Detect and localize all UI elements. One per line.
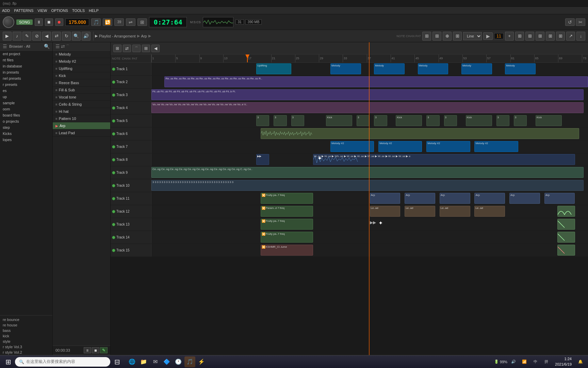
fx-btn[interactable]: ⊞ [546, 32, 555, 41]
step-num[interactable]: 11 [494, 33, 504, 39]
track-led-8[interactable] [112, 158, 115, 162]
taskbar-notification-icon[interactable]: 🔔 [576, 357, 585, 367]
track5-block-kick4[interactable]: Kick [536, 115, 562, 126]
menu-help[interactable]: HELP [89, 9, 99, 13]
track-header-1[interactable]: Track 1 [111, 63, 151, 75]
pattern-item-melody[interactable]: ≡ Melody [53, 51, 110, 58]
sidebar-item-sample[interactable]: sample [0, 100, 52, 106]
track11-block-arp1[interactable]: Arp [370, 193, 401, 204]
track5-block-kick1[interactable]: Kick [326, 115, 352, 126]
sidebar-bottom-re-house[interactable]: re house [3, 322, 50, 328]
sidebar-bottom-bass[interactable]: bass [3, 328, 50, 333]
sidebar-bottom-rstyle-v3[interactable]: r style Vol.3 [3, 344, 50, 350]
track5-block-7[interactable]: 3 [444, 115, 457, 126]
play-pause-button[interactable]: ⏸ [35, 18, 43, 26]
settings-icon[interactable]: ✂ [576, 18, 585, 26]
track12-block-param[interactable]: 🔀Param..d 7 freq [261, 206, 313, 217]
pattern-item-hihat[interactable]: ≡ Hi hat [53, 108, 110, 115]
sidebar-item-up[interactable]: up [0, 94, 52, 100]
track-header-7[interactable]: Track 7 [111, 140, 151, 153]
track1-block-uplifting[interactable]: Uplifting [256, 63, 291, 74]
pattern-item-melody2[interactable]: ≡ Melody #2 [53, 58, 110, 65]
track7-block-m2[interactable]: Melody #2 [378, 141, 422, 152]
pattern-item-uplifting[interactable]: ≡ Uplifting [53, 65, 110, 72]
line-select[interactable]: Line [463, 32, 482, 40]
track5-block-9[interactable]: 3 [514, 115, 527, 126]
track12-block-lead2[interactable]: Le..ad [405, 206, 435, 217]
breadcrumb-playlist[interactable]: Playlist - Arrangement [99, 34, 136, 38]
track11-block-arp3[interactable]: Arp [440, 193, 470, 204]
track-content-4[interactable]: Vo..ne Vo..ne Vo..ne Vo..ne Vo..ne Vo..n… [151, 102, 588, 114]
pattern-item-reece-bass[interactable]: ≡ Reece Bass [53, 79, 110, 87]
sidebar-bottom-kick[interactable]: kick [3, 333, 50, 339]
sidebar-bottom-re-bounce[interactable]: re bounce [3, 317, 50, 322]
track-led-2[interactable] [112, 80, 115, 84]
track5-block-5[interactable]: 3 [374, 115, 387, 126]
taskbar-explorer-icon[interactable]: 📁 [138, 356, 149, 367]
track-content-8[interactable]: ▶▶ W..se ▶ W..se ▶ Wh..se ▶ W..se ▶ W..s… [151, 153, 588, 166]
track-content-2[interactable]: Re..ss Re..ss Re..ss Re..ss Re..ss Re..s… [151, 76, 588, 88]
track-header-4[interactable]: Track 4 [111, 102, 151, 114]
piano-roll-btn[interactable]: ⊞ [422, 32, 431, 41]
track5-block-8[interactable]: 3 [496, 115, 509, 126]
track15-block-auto[interactable] [557, 245, 575, 256]
track-content-11[interactable]: 🔀Fruity pa..7 freq Arp Arp Arp Arp Arp A… [151, 192, 588, 205]
line-arrow[interactable]: ▶ [483, 32, 493, 40]
track-led-11[interactable] [112, 197, 115, 200]
grid-btn[interactable]: ⊞ [453, 32, 462, 41]
song-mode-button[interactable]: SONG [16, 19, 33, 25]
tool1[interactable]: ✎ [22, 32, 31, 41]
track5-block-1[interactable]: 3 [256, 115, 269, 126]
arr-curve[interactable]: ⌒ [132, 45, 141, 52]
snap-btn[interactable]: ⊕ [443, 32, 452, 41]
arrange-btn[interactable]: ⊞ [432, 32, 441, 41]
track-header-14[interactable]: Track 14 [111, 231, 151, 244]
sidebar-item-es[interactable]: es [0, 88, 52, 94]
track-content-15[interactable]: 🔀KSHMR_Cl..lume [151, 244, 588, 257]
taskbar-search[interactable]: 🔍 在这里输入你要搜索的内容 [15, 357, 110, 367]
menu-add[interactable]: ADD [2, 9, 10, 13]
sidebar-bottom-rstyle-v2[interactable]: r style Vol.2 [3, 350, 50, 355]
menu-options[interactable]: OPTIONS [51, 9, 68, 13]
tool2[interactable]: ⊘ [32, 32, 41, 41]
tool5[interactable]: ↻ [62, 32, 71, 41]
track-header-5[interactable]: Track 5 [111, 114, 151, 127]
taskbar-app2-icon[interactable]: ⚡ [196, 356, 207, 367]
breadcrumb-arp[interactable]: Arp [141, 34, 147, 38]
mixer-icon[interactable]: ⇌ [126, 18, 135, 26]
track3-block-1[interactable]: Fil..ub Fil..ub Fil..ub Fil..ub Fil..ub … [151, 89, 584, 100]
tool3[interactable]: ◀ [42, 32, 51, 41]
track12-block-lead1[interactable]: Le..ad [370, 206, 401, 217]
track-content-12[interactable]: 🔀Param..d 7 freq Le..ad Le..ad Le..ad Le… [151, 205, 588, 218]
track-content-14[interactable]: 🔀Fruity pa..7 freq [151, 231, 588, 244]
track-header-2[interactable]: Track 2 [111, 76, 151, 88]
track6-block-1[interactable] [261, 128, 579, 139]
tool6[interactable]: 🔍 [72, 32, 81, 41]
sidebar-item-recent-files[interactable]: nt files [0, 57, 52, 63]
track-led-6[interactable] [112, 132, 115, 136]
sidebar-menu-icon[interactable]: ☰ [3, 44, 7, 49]
track11-block-arp4[interactable]: Arp [474, 193, 505, 204]
track2-block-1[interactable]: Re..ss Re..ss Re..ss Re..ss Re..ss Re..s… [164, 76, 588, 87]
sidebar-item-step[interactable]: step [0, 124, 52, 131]
sidebar-item-plugin-database[interactable]: in database [0, 63, 52, 69]
step-plus[interactable]: + [505, 32, 514, 41]
ruler-marks[interactable]: 15913172125293337414549535761656973 [151, 55, 588, 62]
record-button[interactable]: ⏺ [55, 18, 63, 26]
pattern-btn[interactable]: 39 [114, 18, 124, 26]
track-header-3[interactable]: Track 3 [111, 89, 151, 101]
arr-snap[interactable]: ⇄ [123, 45, 131, 52]
pattern-pencil-btn[interactable]: ✎ [100, 347, 108, 353]
track5-block-3[interactable]: 3 [291, 115, 304, 126]
sidebar-item-projects[interactable]: o projects [0, 118, 52, 124]
sidebar-item-r-presets[interactable]: r presets [0, 81, 52, 88]
sidebar-item-oom[interactable]: oom [0, 106, 52, 112]
pattern-header-icon2[interactable]: ⇄ [61, 44, 65, 49]
track5-block-kick2[interactable]: Kick [396, 115, 422, 126]
track-header-13[interactable]: Track 13 [111, 218, 151, 231]
start-button[interactable]: ⊞ [3, 356, 14, 367]
track12-block-lead4[interactable]: Le..ad [474, 206, 505, 217]
plugin-btn[interactable]: ⊞ [536, 32, 544, 41]
track-led-10[interactable] [112, 184, 115, 187]
track11-block-arp5[interactable]: Arp [509, 193, 540, 204]
